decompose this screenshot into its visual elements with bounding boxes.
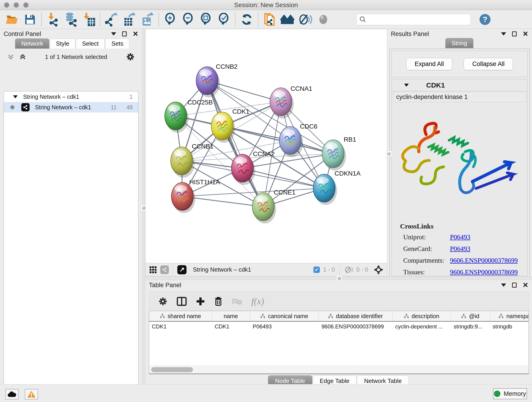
tab-sets[interactable]: Sets — [105, 38, 129, 49]
network-node-CDC6[interactable]: CDC6 — [279, 123, 317, 157]
import-network-database-icon[interactable] — [62, 12, 80, 27]
network-node-CDC25B[interactable]: CDC25B — [165, 99, 213, 133]
panel-close-icon[interactable]: ✕ — [133, 31, 138, 37]
node-table[interactable]: shared namenamecanonical namedatabase id… — [149, 311, 529, 374]
zoom-selected-icon[interactable] — [215, 12, 233, 27]
expand-all-button[interactable]: Expand All — [406, 58, 452, 70]
crosslink-link[interactable]: 9606.ENSP00000378699 — [450, 257, 518, 264]
network-edge[interactable] — [222, 126, 333, 154]
network-edge[interactable] — [207, 81, 263, 207]
tab-string[interactable]: String — [445, 38, 473, 48]
table-cell[interactable]: stringdb:9... — [451, 322, 490, 332]
refresh-icon[interactable] — [238, 12, 256, 27]
tab-style[interactable]: Style — [50, 38, 75, 49]
add-column-icon[interactable] — [196, 297, 205, 306]
column-type-icon — [328, 313, 333, 319]
panel-close-icon[interactable]: ✕ — [523, 282, 528, 288]
network-node-CCNE1[interactable]: CCNE1 — [252, 189, 296, 223]
clone-network-icon[interactable] — [261, 12, 279, 27]
clear-table-icon[interactable] — [232, 298, 242, 305]
table-row[interactable]: CDK1CDK1P064939606.ENSP00000378699cyclin… — [149, 322, 529, 332]
vertical-splitter[interactable] — [142, 29, 145, 384]
table-cell[interactable]: CDK1 — [212, 322, 250, 332]
network-node-CDK1[interactable]: CDK1 — [211, 108, 249, 143]
save-session-icon[interactable] — [21, 12, 39, 27]
column-header-@id[interactable]: @id — [451, 311, 490, 321]
column-header-description[interactable]: description — [393, 311, 451, 321]
import-network-icon[interactable] — [44, 12, 62, 27]
splitter-grip[interactable] — [386, 151, 392, 157]
column-header-database-identifier[interactable]: database identifier — [319, 311, 393, 321]
memory-button[interactable]: Memory — [493, 388, 527, 399]
help-button[interactable]: ? — [480, 14, 491, 25]
split-columns-icon[interactable] — [177, 297, 187, 306]
panel-float-icon[interactable] — [122, 32, 127, 36]
zoom-fit-icon[interactable] — [197, 12, 215, 27]
panel-float-icon[interactable] — [512, 283, 517, 288]
table-cell[interactable]: 9606.ENSP00000378699 — [319, 322, 393, 332]
export-image-icon[interactable] — [138, 12, 156, 27]
crosslink-link[interactable]: 9606.ENSP00000378699 — [450, 268, 518, 276]
export-network-icon[interactable] — [103, 12, 120, 27]
column-header-name[interactable]: name — [212, 311, 250, 321]
network-edge-count: 48 — [126, 104, 133, 111]
panel-close-icon[interactable]: ✕ — [523, 31, 528, 37]
entry-expander-icon[interactable] — [404, 84, 409, 87]
table-cell[interactable]: P06493 — [250, 322, 319, 332]
open-session-icon[interactable] — [3, 12, 21, 27]
show-all-panels-icon[interactable] — [279, 12, 297, 27]
scrollbar-thumb[interactable] — [151, 367, 193, 372]
network-node-CCNB2[interactable]: CCNB2 — [196, 63, 238, 97]
table-cell[interactable]: stringdb — [490, 322, 529, 332]
network-view-mode-icon[interactable] — [160, 265, 169, 274]
zoom-out-icon[interactable] — [179, 12, 197, 27]
gear-icon[interactable] — [126, 52, 135, 61]
network-row[interactable]: String Network – cdk1 11 48 — [4, 102, 138, 113]
delete-column-icon[interactable] — [214, 297, 222, 306]
node-label: CCNA2 — [253, 150, 275, 157]
tab-network[interactable]: Network — [15, 38, 49, 49]
crosslink-link[interactable]: P06493 — [450, 245, 470, 253]
string-results-content: Expand All Collapse All CDK1 cyclin-depe… — [389, 49, 530, 278]
table-cell[interactable]: cyclin-dependent ... — [393, 322, 451, 332]
column-header-canonical-name[interactable]: canonical name — [250, 311, 319, 321]
search-input[interactable] — [356, 14, 471, 25]
import-table-icon[interactable] — [80, 12, 98, 27]
export-table-icon[interactable] — [120, 12, 138, 27]
traffic-lights[interactable] — [4, 2, 28, 7]
tab-select[interactable]: Select — [76, 38, 105, 49]
network-canvas[interactable]: CCNB2CCNA1CDC25BCDK1CDC6RB1CCNB1CCNA2CDK… — [146, 29, 387, 263]
zoom-in-icon[interactable] — [161, 12, 179, 27]
grid-view-icon[interactable] — [149, 266, 157, 274]
network-collection-row[interactable]: String Network – cdk1 1 — [4, 91, 138, 102]
entry-header[interactable]: CDK1 — [392, 79, 527, 91]
panel-menu-icon[interactable] — [501, 32, 506, 36]
warning-button[interactable] — [25, 389, 38, 400]
cloud-button[interactable] — [5, 389, 19, 400]
network-node-CCNB1[interactable]: CCNB1 — [171, 143, 214, 178]
network-node-CCNA1[interactable]: CCNA1 — [270, 85, 312, 119]
gear-icon[interactable] — [158, 297, 167, 306]
table-cell[interactable]: CDK1 — [149, 322, 212, 332]
column-header-namespace[interactable]: namespace — [490, 311, 529, 321]
tree-expander-icon[interactable] — [13, 95, 18, 98]
column-header-shared-name[interactable]: shared name — [149, 311, 212, 321]
network-node-CDKN1A[interactable]: CDKN1A — [313, 170, 361, 205]
detach-view-icon[interactable] — [177, 265, 186, 274]
collapse-all-button[interactable]: Collapse All — [464, 58, 513, 70]
birds-eye-icon[interactable] — [374, 265, 383, 274]
crosslink-link[interactable]: P06493 — [450, 233, 470, 241]
overview-icon[interactable] — [314, 12, 332, 27]
selected-checkbox-icon[interactable]: ✓ — [313, 267, 320, 273]
horizontal-splitter[interactable] — [145, 276, 532, 280]
hide-panels-icon[interactable] — [297, 12, 314, 27]
function-builder-icon[interactable]: f(x) — [251, 296, 264, 307]
panel-menu-icon[interactable] — [111, 32, 116, 36]
collapse-all-tree-icon[interactable] — [19, 53, 26, 60]
expand-all-tree-icon[interactable] — [7, 53, 14, 60]
network-node-RB1[interactable]: RB1 — [322, 136, 356, 171]
panel-float-icon[interactable] — [512, 32, 517, 36]
table-horizontal-scrollbar[interactable] — [149, 366, 528, 373]
panel-menu-icon[interactable] — [501, 283, 506, 287]
network-node-CCNA2[interactable]: CCNA2 — [231, 150, 275, 185]
